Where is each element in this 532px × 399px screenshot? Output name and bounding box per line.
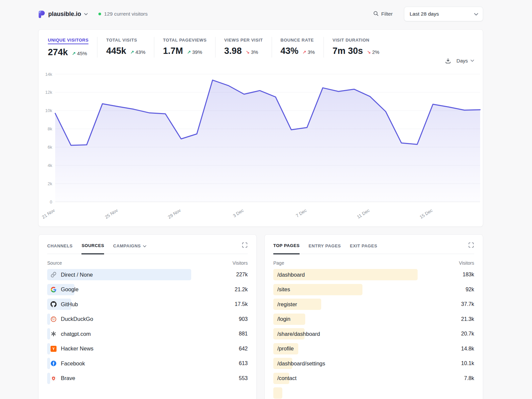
tab-sources[interactable]: SOURCES bbox=[81, 243, 104, 254]
svg-text:21 Nov: 21 Nov bbox=[41, 208, 56, 220]
tab-campaigns[interactable]: CAMPAIGNS bbox=[113, 243, 146, 254]
tab-entry-pages[interactable]: ENTRY PAGES bbox=[309, 243, 341, 254]
table-row[interactable]: /contact 7.8k bbox=[273, 371, 474, 386]
table-row[interactable]: Y Hacker News 642 bbox=[47, 341, 248, 356]
tab-channels[interactable]: CHANNELS bbox=[47, 243, 72, 254]
table-row[interactable]: Facebook 613 bbox=[47, 356, 248, 371]
row-value: 903 bbox=[239, 316, 248, 322]
row-value: 183k bbox=[463, 272, 474, 278]
google-icon bbox=[51, 287, 57, 293]
site-switcher[interactable]: plausible.io bbox=[38, 10, 88, 18]
stat-value: 3.98 bbox=[224, 46, 242, 56]
svg-text:2k: 2k bbox=[48, 181, 52, 186]
sources-column-headers: SourceVisitors bbox=[47, 260, 248, 266]
tab-exit-pages[interactable]: EXIT PAGES bbox=[350, 243, 377, 254]
brave-icon bbox=[51, 375, 57, 381]
svg-text:14k: 14k bbox=[45, 72, 52, 77]
stat-label: UNIQUE VISITORS bbox=[48, 38, 88, 44]
row-label: Google bbox=[61, 286, 78, 293]
stat-item[interactable]: TOTAL VISITS 445k ↗ 43% bbox=[97, 37, 154, 58]
chevron-down-icon bbox=[470, 60, 474, 62]
trend-arrow-icon: ↗ bbox=[303, 50, 307, 55]
table-row[interactable]: /dashboard/settings 10.1k bbox=[273, 356, 474, 371]
svg-text:29 Nov: 29 Nov bbox=[167, 208, 182, 220]
row-value: 20.7k bbox=[461, 331, 474, 337]
chevron-down-icon bbox=[84, 13, 88, 15]
row-label: /dashboard/settings bbox=[277, 360, 325, 367]
stat-value: 1.7M bbox=[163, 46, 183, 56]
table-row[interactable]: /sites 92k bbox=[273, 282, 474, 297]
stat-item[interactable]: VISIT DURATION 7m 30s ↘ 2% bbox=[324, 37, 388, 58]
svg-text:0: 0 bbox=[50, 200, 52, 204]
live-dot-icon bbox=[98, 13, 101, 15]
openai-icon bbox=[51, 331, 57, 337]
row-label: DuckDuckGo bbox=[61, 316, 93, 322]
table-row[interactable]: /profile 14.8k bbox=[273, 341, 474, 356]
svg-text:11 Dec: 11 Dec bbox=[356, 208, 370, 219]
table-row[interactable]: GitHub 17.5k bbox=[47, 297, 248, 312]
expand-icon[interactable] bbox=[242, 242, 248, 249]
table-row[interactable]: Direct / None 227k bbox=[47, 267, 248, 282]
stat-item[interactable]: TOTAL PAGEVIEWS 1.7M ↗ 39% bbox=[154, 37, 215, 58]
stat-item[interactable]: BOUNCE RATE 43% ↗ 3% bbox=[272, 37, 324, 58]
row-value: 613 bbox=[239, 360, 248, 366]
stat-label: VIEWS PER VISIT bbox=[224, 38, 263, 43]
stat-label: TOTAL PAGEVIEWS bbox=[163, 38, 206, 43]
table-row[interactable]: /login 21.3k bbox=[273, 312, 474, 327]
facebook-icon bbox=[51, 360, 57, 366]
interval-label: Days bbox=[457, 58, 468, 64]
row-value: 21.3k bbox=[461, 316, 474, 322]
column-header-left: Page bbox=[273, 260, 284, 266]
tab-top-pages[interactable]: TOP PAGES bbox=[273, 243, 300, 254]
visitors-overview-card: UNIQUE VISITORS 274k ↗ 45% TOTAL VISITS … bbox=[38, 29, 483, 227]
svg-text:7 Dec: 7 Dec bbox=[295, 208, 308, 218]
filter-button[interactable]: Filter bbox=[373, 11, 393, 18]
current-visitors-label: 129 current visitors bbox=[104, 11, 148, 17]
table-row[interactable]: /register 37.7k bbox=[273, 297, 474, 312]
table-row[interactable]: chatgpt.com 881 bbox=[47, 327, 248, 341]
row-label: Hacker News bbox=[61, 345, 93, 352]
stat-item[interactable]: UNIQUE VISITORS 274k ↗ 45% bbox=[48, 37, 97, 58]
svg-text:8k: 8k bbox=[48, 126, 52, 131]
stat-change: ↗ 45% bbox=[72, 51, 87, 56]
row-value: 37.7k bbox=[461, 301, 474, 307]
duckduckgo-icon bbox=[51, 316, 57, 322]
row-label: GitHub bbox=[61, 301, 78, 308]
interval-dropdown[interactable]: Days bbox=[457, 58, 474, 64]
stat-label: TOTAL VISITS bbox=[106, 38, 137, 43]
current-visitors[interactable]: 129 current visitors bbox=[98, 11, 148, 17]
pages-table: /dashboard 183k /sites 92k /register 37.… bbox=[273, 267, 474, 399]
stats-row: UNIQUE VISITORS 274k ↗ 45% TOTAL VISITS … bbox=[39, 30, 483, 58]
date-range-label: Last 28 days bbox=[410, 11, 439, 17]
chart-toolbar: Days bbox=[445, 58, 474, 64]
table-row[interactable]: Google 21.2k bbox=[47, 282, 248, 297]
stat-change: ↘ 2% bbox=[367, 49, 379, 55]
date-range-picker[interactable]: Last 28 days bbox=[404, 7, 483, 21]
stat-value: 445k bbox=[106, 46, 126, 56]
chevron-down-icon bbox=[143, 243, 146, 248]
svg-text:Y: Y bbox=[52, 347, 55, 351]
table-row[interactable]: DuckDuckGo 903 bbox=[47, 312, 248, 327]
trend-arrow-icon: ↗ bbox=[72, 51, 76, 56]
row-label: chatgpt.com bbox=[61, 331, 91, 337]
column-header-right: Visitors bbox=[459, 260, 474, 266]
table-row[interactable]: /share/dashboard 20.7k bbox=[273, 327, 474, 341]
trend-arrow-icon: ↗ bbox=[130, 50, 134, 55]
stat-value: 43% bbox=[281, 46, 299, 56]
stat-value: 7m 30s bbox=[332, 46, 363, 56]
top-bar: plausible.io 129 current visitors Filter… bbox=[38, 7, 483, 21]
stat-change: ↗ 43% bbox=[130, 49, 146, 55]
row-bar bbox=[273, 387, 282, 399]
table-row[interactable]: /dashboard 183k bbox=[273, 267, 474, 282]
search-icon bbox=[373, 11, 379, 18]
expand-icon[interactable] bbox=[468, 242, 474, 249]
stat-value: 274k bbox=[48, 47, 68, 58]
stat-change: ↗ 39% bbox=[187, 49, 202, 55]
sources-card: CHANNELSSOURCESCAMPAIGNSSourceVisitors D… bbox=[38, 234, 257, 399]
table-row-cropped[interactable] bbox=[273, 386, 474, 399]
table-row[interactable]: Brave 553 bbox=[47, 371, 248, 386]
row-label: /sites bbox=[277, 286, 290, 293]
download-icon[interactable] bbox=[445, 58, 451, 64]
stat-item[interactable]: VIEWS PER VISIT 3.98 ↘ 3% bbox=[215, 37, 271, 58]
row-value: 7.8k bbox=[464, 375, 474, 381]
